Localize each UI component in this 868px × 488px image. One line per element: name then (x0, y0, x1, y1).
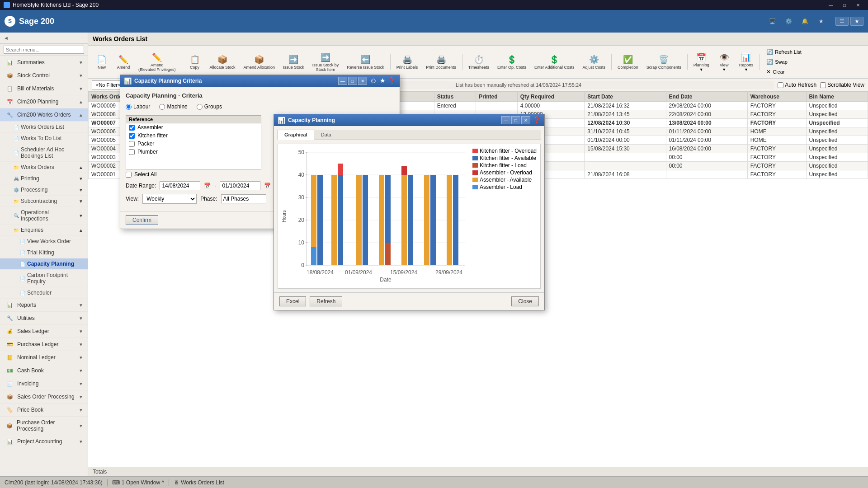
legend-color-kf-load (472, 163, 478, 168)
groups-radio-input[interactable] (197, 104, 203, 110)
chart-dialog: 📊 Capacity Planning — □ ✕ ❓ Graphical Da… (274, 114, 545, 310)
legend-label-a-avail: Assembler - Available (480, 177, 532, 183)
chart-legend: Kitchen fitter - Overload Kitchen fitter… (472, 148, 537, 285)
chart-dialog-title: Capacity Planning (288, 117, 335, 123)
legend-color-kf-avail (472, 156, 478, 160)
criteria-dialog-title: Capacity Planning Criteria (134, 78, 202, 84)
bar-assembler-overload-5 (401, 166, 407, 175)
y-axis-label: Hours (282, 148, 287, 285)
bar-assembler-avail-6 (424, 175, 429, 265)
chart-inner: 0 10 20 30 40 (288, 148, 468, 285)
chart-area: Hours 0 10 20 (278, 144, 541, 289)
legend-color-kf-overload (472, 149, 478, 153)
view-label: View: (126, 196, 139, 202)
criteria-maximize-btn[interactable]: □ (348, 77, 357, 85)
kitchen-fitter-label: Kitchen fitter (137, 132, 168, 139)
labour-radio-input[interactable] (126, 104, 132, 110)
legend-kitchen-load: Kitchen fitter - Load (472, 162, 537, 169)
reference-header: Reference (126, 116, 261, 123)
excel-button[interactable]: Excel (279, 296, 306, 306)
chart-help-icon[interactable]: ❓ (533, 116, 541, 124)
chart-footer-right: Close (511, 296, 539, 306)
date-to-input[interactable] (220, 181, 260, 190)
chart-wrapper: Hours 0 10 20 (282, 148, 537, 285)
machine-radio-input[interactable] (159, 104, 165, 110)
kitchen-fitter-checkbox[interactable] (129, 133, 135, 139)
chart-tabs: Graphical Data (278, 130, 541, 140)
svg-text:29/09/2024: 29/09/2024 (435, 269, 462, 276)
bar-kitchen-avail-7 (453, 175, 458, 265)
legend-color-a-load (472, 185, 478, 189)
labour-radio[interactable]: Labour (126, 103, 150, 110)
date-dash: - (214, 183, 216, 189)
kitchen-fitter-item[interactable]: Kitchen fitter (126, 131, 261, 140)
chart-dialog-controls: — □ ✕ ❓ (501, 116, 541, 124)
tab-data[interactable]: Data (314, 130, 338, 140)
svg-text:0: 0 (301, 262, 304, 268)
svg-text:18/08/2024: 18/08/2024 (307, 269, 334, 276)
chart-minimize-btn[interactable]: — (501, 116, 510, 124)
groups-radio[interactable]: Groups (197, 103, 222, 110)
plumber-label: Plumber (137, 149, 158, 155)
close-chart-button[interactable]: Close (511, 296, 539, 306)
legend-label-a-overload: Assembler - Overload (480, 169, 532, 176)
bar-assembler-avail-3 (356, 175, 362, 265)
packer-item[interactable]: Packer (126, 140, 261, 148)
bar-kitchen-avail-1 (317, 175, 323, 265)
plumber-item[interactable]: Plumber (126, 148, 261, 156)
chart-svg: 0 10 20 30 40 (288, 148, 465, 283)
select-all-checkbox[interactable] (126, 172, 132, 178)
svg-text:40: 40 (298, 172, 305, 178)
criteria-minimize-btn[interactable]: — (338, 77, 347, 85)
chart-footer: Excel Refresh Close (274, 292, 544, 310)
legend-label-kf-load: Kitchen fitter - Load (480, 162, 527, 169)
svg-text:20: 20 (298, 217, 305, 223)
tab-graphical[interactable]: Graphical (278, 130, 314, 140)
svg-text:30: 30 (298, 194, 305, 201)
legend-color-a-avail (472, 178, 478, 182)
packer-label: Packer (137, 141, 154, 147)
svg-text:15/09/2024: 15/09/2024 (390, 269, 417, 276)
bar-kitchen-avail-6 (430, 175, 436, 265)
phase-input[interactable] (221, 194, 266, 203)
bar-assembler-avail-2 (331, 175, 337, 265)
criteria-help-icon[interactable]: ❓ (388, 77, 396, 85)
machine-label: Machine (167, 103, 187, 110)
confirm-button[interactable]: Confirm (126, 215, 158, 225)
criteria-dialog-icon: 📊 (124, 77, 132, 84)
calendar-to-icon[interactable]: 📅 (264, 183, 271, 189)
assembler-item[interactable]: Assembler (126, 123, 261, 131)
criteria-titlebar-left: 📊 Capacity Planning Criteria (124, 77, 202, 84)
legend-assembler-overload: Assembler - Overload (472, 169, 537, 176)
chart-maximize-btn[interactable]: □ (511, 116, 520, 124)
refresh-chart-button[interactable]: Refresh (310, 296, 342, 306)
chart-titlebar: 📊 Capacity Planning — □ ✕ ❓ (274, 114, 544, 126)
groups-label: Groups (204, 103, 222, 110)
phase-label: Phase: (200, 196, 217, 202)
assembler-label: Assembler (137, 124, 163, 131)
assembler-checkbox[interactable] (129, 125, 135, 131)
bar-assembler-avail-7 (447, 175, 452, 265)
criteria-close-btn[interactable]: ✕ (358, 77, 367, 85)
bar-kitchen-load-4 (385, 243, 391, 265)
packer-checkbox[interactable] (129, 141, 135, 147)
bar-assembler-load-1 (311, 247, 316, 265)
svg-text:Date: Date (380, 277, 392, 283)
legend-label-kf-avail: Kitchen fitter - Available (480, 155, 536, 161)
machine-radio[interactable]: Machine (159, 103, 187, 110)
date-from-input[interactable] (160, 181, 200, 190)
chart-titlebar-left: 📊 Capacity Planning (278, 117, 335, 124)
criteria-smiley-icon[interactable]: ☺ (370, 77, 377, 85)
calendar-from-icon[interactable]: 📅 (204, 183, 211, 189)
legend-kitchen-available: Kitchen fitter - Available (472, 155, 537, 161)
plumber-checkbox[interactable] (129, 149, 135, 155)
chart-close-x-btn[interactable]: ✕ (521, 116, 530, 124)
legend-label-a-load: Assembler - Load (480, 184, 522, 190)
view-dropdown[interactable]: Weekly Daily Monthly (142, 194, 197, 204)
labour-label: Labour (133, 103, 150, 110)
svg-text:50: 50 (298, 149, 305, 155)
bar-kitchen-avail-5 (408, 175, 413, 265)
resource-type-group: Labour Machine Groups (126, 103, 394, 110)
criteria-star-icon[interactable]: ★ (380, 77, 386, 85)
date-range-label: Date Range: (126, 183, 156, 189)
